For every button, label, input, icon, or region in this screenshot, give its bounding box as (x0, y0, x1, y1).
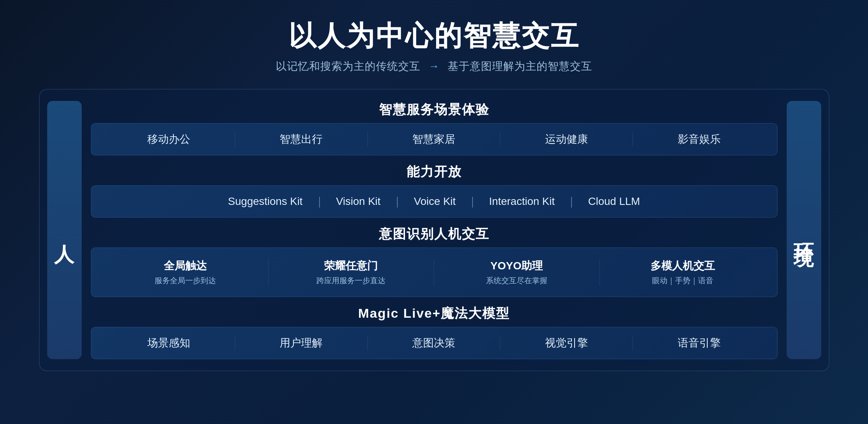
header: 以人为中心的智慧交互 以记忆和搜索为主的传统交互 → 基于意图理解为主的智慧交互 (276, 19, 592, 74)
kit-sep-0: ｜ (314, 194, 324, 209)
section-intent-title: 意图识别人机交互 (91, 225, 777, 243)
main-frame: 人 智慧服务场景体验 移动办公 智慧出行 智慧家居 运动健康 影音娱乐 能力开放… (39, 89, 829, 371)
subtitle-right: 基于意图理解为主的智慧交互 (448, 60, 592, 72)
section-capability-title: 能力开放 (91, 163, 777, 181)
side-label-left: 人 (47, 101, 82, 359)
section-scene: 智慧服务场景体验 移动办公 智慧出行 智慧家居 运动健康 影音娱乐 (91, 101, 777, 155)
model-row-card: 场景感知 用户理解 意图决策 视觉引擎 语音引擎 (91, 327, 777, 359)
kit-item-1: Vision Kit (324, 195, 392, 208)
intent-item-0: 全局触达 服务全局一步到达 (103, 259, 268, 286)
main-title: 以人为中心的智慧交互 (276, 19, 592, 52)
model-item-4: 语音引擎 (633, 336, 766, 350)
center-content: 智慧服务场景体验 移动办公 智慧出行 智慧家居 运动健康 影音娱乐 能力开放 S… (82, 101, 787, 359)
scene-item-4: 影音娱乐 (633, 132, 766, 147)
section-model: Magic Live+魔法大模型 场景感知 用户理解 意图决策 视觉引擎 语音引… (91, 305, 777, 359)
side-label-right: 环境 (787, 101, 821, 359)
section-capability: 能力开放 Suggestions Kit ｜ Vision Kit ｜ Voic… (91, 163, 777, 218)
intent-item-1: 荣耀任意门 跨应用服务一步直达 (268, 259, 434, 286)
kit-item-3: Interaction Kit (478, 195, 566, 208)
intent-item-2-sub: 系统交互尽在掌握 (434, 276, 600, 286)
intent-item-3: 多模人机交互 眼动｜手势｜语音 (600, 259, 766, 286)
intent-item-1-main: 荣耀任意门 (268, 259, 434, 273)
scene-item-3: 运动健康 (500, 132, 633, 147)
scene-item-1: 智慧出行 (235, 132, 368, 147)
intent-item-0-sub: 服务全局一步到达 (103, 276, 268, 286)
intent-item-3-main: 多模人机交互 (600, 259, 766, 273)
model-item-3: 视觉引擎 (500, 336, 633, 350)
section-model-title: Magic Live+魔法大模型 (91, 305, 777, 322)
section-intent: 意图识别人机交互 全局触达 服务全局一步到达 荣耀任意门 跨应用服务一步直达 Y… (91, 225, 777, 297)
kit-row: Suggestions Kit ｜ Vision Kit ｜ Voice Kit… (216, 194, 651, 209)
intent-item-2: YOYO助理 系统交互尽在掌握 (434, 259, 600, 286)
intent-item-3-sub: 眼动｜手势｜语音 (600, 276, 766, 286)
kit-item-2: Voice Kit (402, 195, 467, 208)
model-item-1: 用户理解 (235, 336, 368, 350)
kit-sep-1: ｜ (392, 194, 402, 209)
intent-item-2-main: YOYO助理 (434, 259, 600, 273)
intent-item-1-sub: 跨应用服务一步直达 (268, 276, 434, 286)
model-item-0: 场景感知 (103, 336, 236, 350)
section-scene-title: 智慧服务场景体验 (91, 101, 777, 119)
kit-sep-3: ｜ (566, 194, 576, 209)
subtitle-arrow: → (428, 60, 440, 72)
kit-item-0: Suggestions Kit (216, 195, 314, 208)
kit-sep-2: ｜ (467, 194, 478, 209)
scene-row-card: 移动办公 智慧出行 智慧家居 运动健康 影音娱乐 (91, 123, 777, 155)
capability-row-card: Suggestions Kit ｜ Vision Kit ｜ Voice Kit… (91, 185, 777, 218)
intent-row-card: 全局触达 服务全局一步到达 荣耀任意门 跨应用服务一步直达 YOYO助理 系统交… (91, 247, 777, 297)
scene-item-0: 移动办公 (103, 132, 236, 147)
kit-item-4: Cloud LLM (576, 195, 651, 208)
intent-item-0-main: 全局触达 (103, 259, 268, 273)
subtitle: 以记忆和搜索为主的传统交互 → 基于意图理解为主的智慧交互 (276, 59, 592, 74)
model-item-2: 意图决策 (368, 336, 501, 350)
subtitle-left: 以记忆和搜索为主的传统交互 (276, 60, 420, 72)
scene-item-2: 智慧家居 (368, 132, 501, 147)
